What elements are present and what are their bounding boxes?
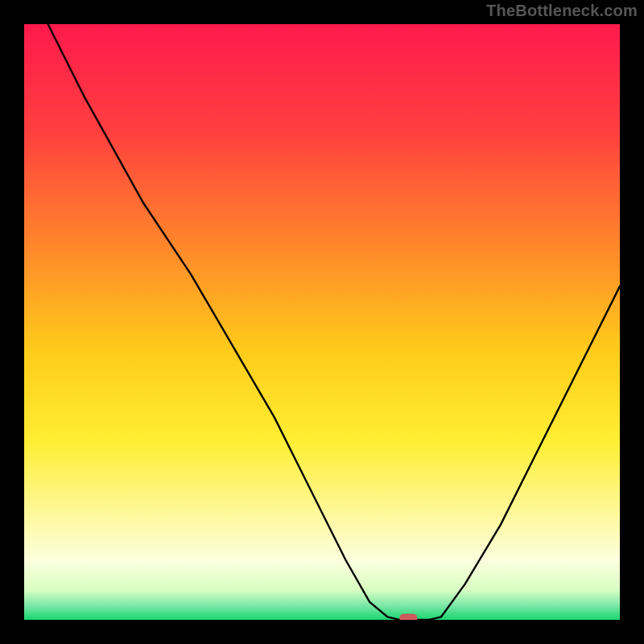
optimal-marker bbox=[399, 614, 417, 621]
watermark-text: TheBottleneck.com bbox=[486, 2, 638, 20]
chart-frame: TheBottleneck.com bbox=[0, 0, 644, 644]
gradient-background bbox=[24, 24, 620, 620]
plot-area bbox=[24, 24, 620, 620]
bottleneck-chart bbox=[24, 24, 620, 620]
